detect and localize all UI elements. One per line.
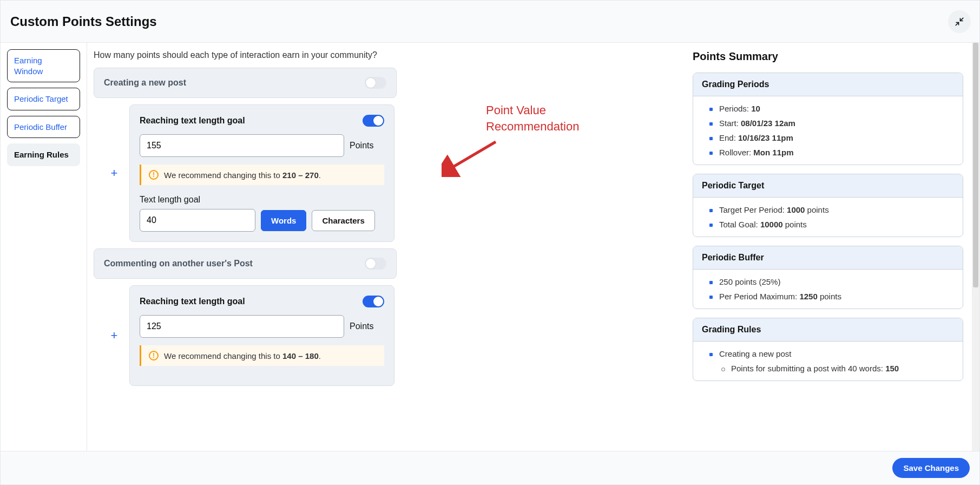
- summary-item: Creating a new post: [709, 349, 954, 358]
- rule-title: Creating a new post: [104, 78, 186, 88]
- subrule-title: Reaching text length goal: [140, 116, 245, 126]
- summary-item: Rollover: Mon 11pm: [709, 148, 954, 157]
- summary-item: 250 points (25%): [709, 277, 954, 286]
- summary-card-title: Grading Periods: [693, 73, 963, 96]
- modal-footer: Save Changes: [1, 451, 979, 484]
- scrollbar[interactable]: [972, 43, 979, 451]
- unit-characters-button[interactable]: Characters: [312, 210, 374, 231]
- rule-toggle-commenting[interactable]: [365, 258, 386, 270]
- recommendation-banner: ! We recommend changing this to 140 – 18…: [140, 345, 384, 366]
- points-suffix-label: Points: [350, 141, 373, 150]
- collapse-button[interactable]: [948, 10, 971, 33]
- summary-grading-rules: Grading Rules Creating a new post Points…: [693, 318, 963, 381]
- summary-card-title: Periodic Buffer: [693, 246, 963, 270]
- summary-item: Target Per Period: 1000 points: [709, 205, 954, 214]
- add-subrule-button[interactable]: +: [108, 166, 121, 180]
- info-icon: !: [149, 351, 159, 361]
- summary-item: Start: 08/01/23 12am: [709, 119, 954, 128]
- points-input[interactable]: [140, 315, 344, 338]
- recommend-range: 210 – 270: [282, 171, 319, 180]
- summary-card-title: Periodic Target: [693, 174, 963, 198]
- points-input[interactable]: [140, 134, 344, 157]
- settings-sidebar: Earning Window Periodic Target Periodic …: [1, 43, 87, 451]
- rule-toggle-creating-post[interactable]: [365, 77, 386, 89]
- summary-item: Total Goal: 10000 points: [709, 220, 954, 229]
- add-subrule-button[interactable]: +: [108, 329, 121, 343]
- subrule-toggle[interactable]: [363, 115, 384, 127]
- unit-words-button[interactable]: Words: [261, 210, 306, 231]
- recommend-text: We recommend changing this to: [164, 171, 282, 180]
- sidebar-item-earning-window[interactable]: Earning Window: [7, 49, 80, 82]
- earning-rules-form: How many points should each type of inte…: [87, 43, 682, 451]
- summary-subitem: Points for submitting a post with 40 wor…: [721, 364, 954, 373]
- rule-card-creating-post[interactable]: Creating a new post: [94, 68, 397, 98]
- subrule-card-text-length-2: Reaching text length goal Points ! We re…: [129, 285, 394, 386]
- recommendation-banner: ! We recommend changing this to 210 – 27…: [140, 165, 384, 185]
- goal-input[interactable]: [140, 209, 255, 232]
- summary-item: End: 10/16/23 11pm: [709, 133, 954, 142]
- summary-periodic-buffer: Periodic Buffer 250 points (25%) Per Per…: [693, 246, 963, 309]
- recommend-text: We recommend changing this to: [164, 351, 282, 361]
- points-suffix-label: Points: [350, 322, 373, 331]
- summary-item: Per Period Maximum: 1250 points: [709, 292, 954, 301]
- sidebar-item-periodic-buffer[interactable]: Periodic Buffer: [7, 116, 80, 139]
- unit-segment: Words Characters: [261, 210, 375, 231]
- subrule-toggle[interactable]: [363, 296, 384, 307]
- summary-card-title: Grading Rules: [693, 318, 963, 342]
- rule-card-commenting[interactable]: Commenting on another user's Post: [94, 248, 397, 279]
- modal-header: Custom Points Settings: [1, 1, 979, 43]
- goal-label: Text length goal: [140, 195, 384, 205]
- recommend-range: 140 – 180: [282, 351, 319, 361]
- page-title: Custom Points Settings: [10, 14, 157, 29]
- summary-item: Periods: 10: [709, 104, 954, 113]
- save-changes-button[interactable]: Save Changes: [892, 458, 970, 478]
- summary-periodic-target: Periodic Target Target Per Period: 1000 …: [693, 174, 963, 237]
- sidebar-item-periodic-target[interactable]: Periodic Target: [7, 88, 80, 110]
- rule-title: Commenting on another user's Post: [104, 259, 253, 268]
- subrule-title: Reaching text length goal: [140, 297, 245, 306]
- collapse-icon: [955, 17, 964, 27]
- form-question: How many points should each type of inte…: [94, 50, 682, 60]
- subrule-card-text-length: Reaching text length goal Points ! We re…: [129, 104, 394, 242]
- summary-grading-periods: Grading Periods Periods: 10 Start: 08/01…: [693, 73, 963, 165]
- points-summary-pane: Points Summary Grading Periods Periods: …: [682, 43, 979, 451]
- summary-heading: Points Summary: [693, 50, 963, 63]
- info-icon: !: [149, 170, 159, 180]
- sidebar-item-earning-rules[interactable]: Earning Rules: [7, 143, 80, 166]
